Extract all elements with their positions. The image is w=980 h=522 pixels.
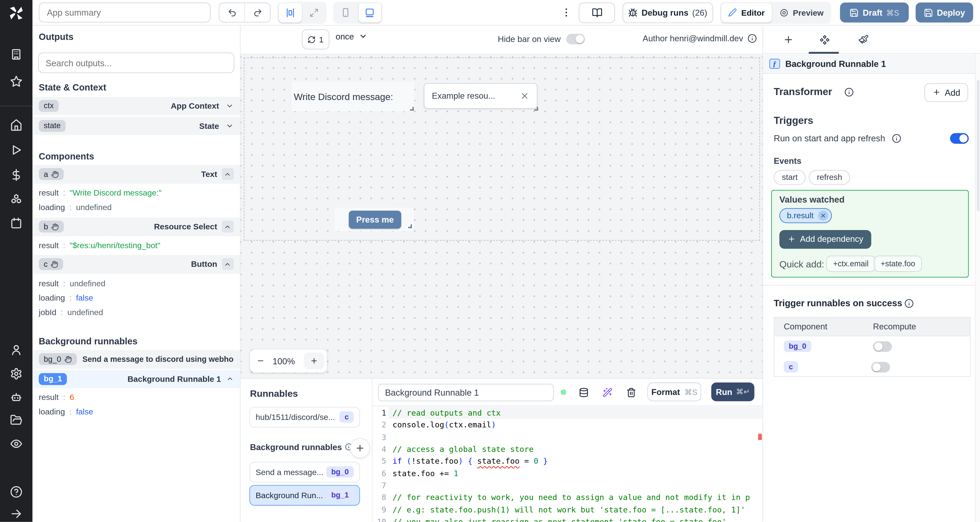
run-button[interactable]: Run⌘↵ [711,382,754,401]
state-expand-chevron-icon[interactable] [225,122,234,130]
center-layout-button[interactable] [279,3,302,22]
add-transformer-button[interactable]: Add [924,83,968,102]
trigger-success-info-icon[interactable] [904,299,914,308]
variables-icon[interactable] [10,169,22,181]
runs-icon[interactable] [10,144,22,156]
info-icon[interactable] [748,33,757,43]
runnable-bg1-badge: bg_1 [326,489,354,501]
add-background-runnable-button[interactable] [350,438,370,458]
resize-handle[interactable] [535,107,538,111]
run-mode-select[interactable]: once [336,32,368,41]
runnable-bg0-card[interactable]: Send a message... bg_0 [249,462,360,482]
workers-icon[interactable] [10,391,22,403]
chevron-up-icon[interactable] [226,375,234,383]
code-line-10[interactable]: 10// you may also just reassign as next … [372,516,762,522]
component-c-collapse-button[interactable] [222,258,234,270]
output-row-b[interactable]: b Resource Select [32,218,240,236]
output-row-ctx[interactable]: ctx App Context [32,97,240,115]
runnable-bg1-card[interactable]: Background Run... bg_1 [249,485,360,505]
text-component[interactable]: Write Discord message: [292,82,414,111]
styling-tab-icon[interactable] [858,34,869,45]
zoom-out-button[interactable]: − [258,355,264,367]
centered-icon [285,7,296,18]
transformer-info-icon[interactable] [844,87,854,96]
code-line-3[interactable]: 3 [372,431,762,443]
format-button[interactable]: Format⌘S [648,382,701,401]
run-on-start-toggle[interactable] [950,133,969,144]
help-icon[interactable] [10,486,22,498]
button-component[interactable]: Press me [335,208,414,231]
panel-scrollbar[interactable] [975,54,980,522]
redo-button[interactable] [245,3,270,22]
output-row-bg0[interactable]: bg_0 Send a message to discord using web… [32,350,240,368]
user-icon[interactable] [10,344,22,356]
docs-button[interactable] [579,2,615,23]
component-a-collapse-button[interactable] [222,168,234,180]
component-settings-tab-icon[interactable] [819,34,830,45]
folders-icon[interactable] [10,414,22,426]
ctx-expand-chevron-icon[interactable] [225,102,234,110]
dependency-chip[interactable]: b.result [780,208,832,223]
code-line-6[interactable]: 6state.foo += 1 [372,467,762,479]
debug-runs-button[interactable]: Debug runs(26) [622,2,713,23]
quick-add-state-chip[interactable]: +state.foo [874,255,922,272]
home-icon[interactable] [10,119,22,131]
output-row-bg1[interactable]: bg_1 Background Runnable 1 [32,370,240,388]
search-outputs-input[interactable] [38,53,234,73]
output-row-c[interactable]: c Button [32,255,240,273]
cache-icon[interactable] [579,387,589,397]
ai-assistant-icon[interactable] [603,387,612,397]
code-line-8[interactable]: 8// for reactivity to work, you need to … [372,492,762,503]
resources-icon[interactable] [10,193,22,205]
run-on-start-info-icon[interactable] [892,134,901,143]
code-line-1[interactable]: 1// read outputs and ctx [372,407,762,419]
zoom-level: 100% [272,356,295,366]
output-row-state[interactable]: state State [32,116,240,135]
component-b-collapse-button[interactable] [222,221,234,232]
code-line-7[interactable]: 7 [372,479,762,492]
add-dependency-button[interactable]: Add dependency [780,229,872,248]
quick-add-ctx-chip[interactable]: +ctx.email [826,255,875,272]
resize-handle[interactable] [408,224,412,228]
redo-icon [253,8,262,17]
code-area[interactable]: 1// read outputs and ctx2console.log(ctx… [372,407,762,522]
full-width-button[interactable] [303,3,326,22]
refresh-count-button[interactable]: 1 [302,29,329,49]
desktop-view-button[interactable] [358,3,381,22]
mobile-view-button[interactable] [334,3,357,22]
settings-icon[interactable] [10,368,22,380]
resource-select-component[interactable]: Example resou... [422,82,539,111]
runnable-name-input[interactable] [378,384,554,401]
audit-logs-icon[interactable] [10,438,22,450]
workspace-icon[interactable] [10,48,22,60]
press-me-button[interactable]: Press me [349,210,401,228]
resize-handle[interactable] [410,107,414,111]
collapse-sidebar-icon[interactable] [10,508,22,520]
zoom-in-button[interactable]: + [304,353,325,369]
remove-dependency-button[interactable] [818,210,828,220]
undo-button[interactable] [220,3,245,22]
runnable-hub-card[interactable]: hub/1511/discord/se... c [249,407,360,427]
editor-tab[interactable]: Editor [721,3,772,22]
preview-tab[interactable]: Preview [773,3,830,22]
favorites-icon[interactable] [10,75,22,88]
insert-component-tab-icon[interactable] [783,34,794,45]
schedules-icon[interactable] [10,217,22,229]
deploy-button[interactable]: Deploy [916,3,973,22]
draft-button[interactable]: Draft⌘S [840,3,909,22]
code-line-2[interactable]: 2console.log(ctx.email) [372,419,762,431]
code-line-4[interactable]: 4// access a global state store [372,443,762,455]
bg0-recompute-toggle[interactable] [873,341,892,352]
windmill-logo-icon[interactable] [8,5,24,21]
code-line-9[interactable]: 9// e.g: state.foo.push(1) will not work… [372,503,762,516]
more-menu-icon[interactable] [560,7,572,18]
code-line-5[interactable]: 5if (!state.foo) { state.foo = 0 } [372,455,762,467]
scrollbar-thumb[interactable] [977,80,979,212]
output-row-a[interactable]: a Text [32,165,240,183]
delete-icon[interactable] [626,387,636,397]
app-canvas[interactable]: Write Discord message: Example resou... … [241,54,763,378]
c-recompute-toggle[interactable] [871,361,890,372]
hide-bar-toggle[interactable] [566,33,585,44]
app-summary-input[interactable] [39,3,211,22]
clear-select-icon[interactable] [520,91,529,100]
